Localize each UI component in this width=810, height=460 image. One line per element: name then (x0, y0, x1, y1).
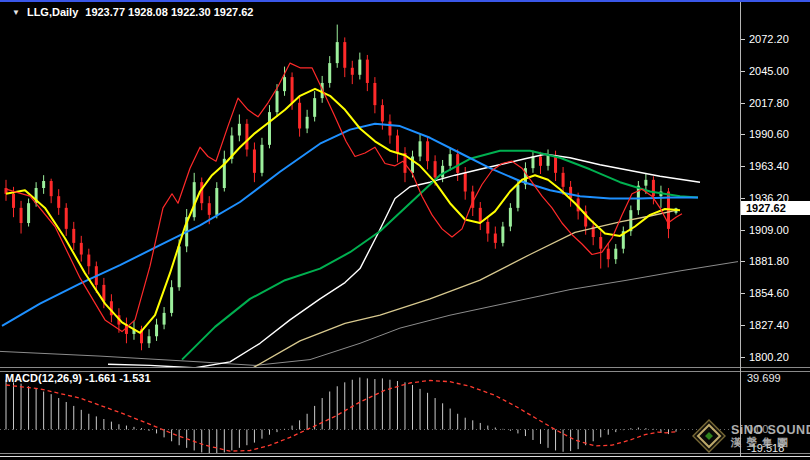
candle-body (50, 181, 53, 196)
candle-body (562, 173, 565, 187)
macd-indicator-label: MACD(12,26,9) -1.661 -1.531 (5, 372, 151, 384)
brand-watermark: SiNO SOUND 漢聲集團 (692, 419, 810, 453)
price-axis-label: 2072.20 (749, 33, 789, 46)
quote-ohlc-values: 1923.77 1928.08 1922.30 1927.62 (85, 6, 253, 18)
candle-body (170, 287, 173, 313)
chevron-down-icon[interactable]: ▼ (12, 8, 20, 17)
price-axis-label: 1963.40 (749, 160, 789, 173)
price-tick-mark (741, 293, 745, 294)
candle-body (343, 42, 346, 68)
price-tick-mark (741, 325, 745, 326)
price-tick-mark (741, 198, 745, 199)
candle-body (419, 141, 422, 156)
candle-body (178, 246, 181, 287)
price-axis-label: 1827.40 (749, 319, 789, 332)
candle-body (72, 229, 75, 243)
candle-body (313, 98, 316, 117)
candle-body (328, 63, 331, 83)
candle-body (554, 155, 557, 173)
candle-body (644, 180, 647, 186)
candle-body (336, 42, 339, 63)
symbol-period-label: LLG,Daily (27, 6, 78, 18)
candle-body (547, 155, 550, 166)
price-axis-label: 1800.20 (749, 351, 789, 364)
candle-body (306, 117, 309, 129)
candle-body (509, 208, 512, 227)
candle-body (614, 249, 617, 260)
candle-body (208, 203, 211, 215)
brand-logo-icon (692, 419, 726, 453)
price-axis-label: 1881.80 (749, 255, 789, 268)
candle-body (80, 243, 83, 255)
candle-body (366, 60, 369, 83)
candle-body (396, 135, 399, 153)
bottom-border-dark (0, 453, 810, 454)
ma-green (182, 151, 698, 360)
candle-body (200, 182, 203, 203)
candle-body (291, 77, 294, 103)
price-tick-mark (741, 261, 745, 262)
candle-body (607, 249, 610, 260)
candle-body (441, 166, 444, 178)
candle-body (65, 208, 68, 229)
candle-body (253, 149, 256, 172)
ma-white (108, 154, 700, 368)
candle-body (381, 105, 384, 121)
price-tick-mark (741, 166, 745, 167)
price-axis-label: 1990.60 (749, 128, 789, 141)
price-axis-label: 1909.00 (749, 224, 789, 237)
macd-signal-line (6, 380, 676, 451)
candle-body (531, 156, 534, 168)
macd-max-label: 39.699 (747, 372, 781, 385)
candle-body (148, 336, 151, 343)
macd-panel (0, 377, 739, 453)
price-tick-mark (741, 103, 745, 104)
candle-body (388, 121, 391, 135)
candle-body (155, 325, 158, 337)
candle-body (351, 68, 354, 75)
candle-body (193, 182, 196, 217)
candle-body (501, 227, 504, 243)
brand-name-chinese: 漢聲集團 (731, 436, 810, 448)
ma-red (6, 63, 682, 332)
candle-body (599, 237, 602, 249)
candle-body (464, 173, 467, 192)
candle-body (20, 208, 23, 223)
candle-body (479, 208, 482, 222)
brand-text: SiNO SOUND 漢聲集團 (731, 424, 810, 448)
price-tick-mark (741, 134, 745, 135)
price-tick-mark (741, 230, 745, 231)
candle-body (245, 124, 248, 150)
candle-body (57, 196, 60, 208)
candle-body (516, 185, 519, 208)
candle-body (373, 83, 376, 105)
price-axis-label: 2045.00 (749, 65, 789, 78)
price-tick-mark (741, 357, 745, 358)
candle-body (494, 234, 497, 243)
candle-body (163, 313, 166, 325)
price-chart-canvas[interactable] (0, 0, 810, 460)
candle-body (434, 161, 437, 177)
candle-body (238, 124, 241, 136)
candle-body (27, 203, 30, 223)
panel-separator-top (0, 367, 810, 368)
chart-header: ▼ LLG,Daily 1923.77 1928.08 1922.30 1927… (12, 6, 253, 18)
current-price-tag: 1927.62 (741, 201, 810, 215)
candle-body (486, 222, 489, 234)
candle-body (42, 181, 45, 188)
candle-body (426, 141, 429, 161)
candle-body (260, 145, 263, 173)
price-tick-mark (741, 71, 745, 72)
candle-body (12, 194, 15, 208)
candle-body (87, 255, 90, 267)
candle-body (298, 103, 301, 129)
candle-body (283, 77, 286, 91)
price-axis-label: 2017.80 (749, 97, 789, 110)
chart-window: ▼ LLG,Daily 1923.77 1928.08 1922.30 1927… (0, 0, 810, 460)
price-tick-mark (741, 39, 745, 40)
bottom-border-light (0, 456, 810, 457)
brand-name: SiNO SOUND (731, 424, 810, 436)
candle-body (449, 154, 452, 166)
candle-body (358, 60, 361, 75)
price-axis-label: 1854.60 (749, 287, 789, 300)
